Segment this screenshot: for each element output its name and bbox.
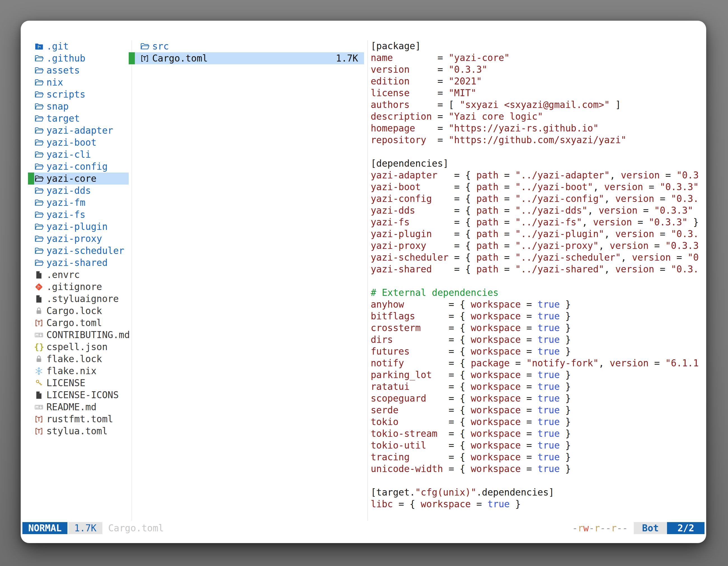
file-name: .gitignore — [46, 281, 102, 293]
file-name: yazi-scheduler — [46, 245, 124, 257]
status-bar: NORMAL 1.7K Cargo.toml -rw-r--r-- Bot 2/… — [21, 522, 706, 534]
parent-pane-item-.github[interactable]: .github — [28, 52, 129, 64]
folder-icon — [34, 90, 45, 99]
preview-code-line: yazi-shared = { path = "../yazi-shared",… — [371, 264, 705, 275]
preview-code-line: anyhow = { workspace = true } — [371, 299, 705, 310]
parent-pane-item-LICENSE[interactable]: LICENSE — [28, 377, 129, 389]
git-folder-icon — [34, 42, 45, 51]
folder-icon — [34, 210, 45, 220]
parent-pane-item-target[interactable]: target — [28, 112, 129, 125]
folder-icon — [34, 198, 45, 208]
parent-pane-item-yazi-boot[interactable]: yazi-boot — [28, 137, 129, 149]
file-size-badge: 1.7K — [68, 522, 102, 534]
parent-pane-item-cspell.json[interactable]: {}cspell.json — [28, 341, 129, 353]
pane-divider-left — [131, 40, 132, 521]
parent-pane-item-yazi-shared[interactable]: yazi-shared — [28, 257, 129, 269]
preview-code-line: # External dependencies — [371, 287, 705, 299]
parent-pane-item-yazi-cli[interactable]: yazi-cli — [28, 149, 129, 161]
preview-code-line: edition = "2021" — [371, 76, 705, 87]
parent-pane-item-yazi-fm[interactable]: yazi-fm — [28, 197, 129, 209]
folder-icon — [34, 234, 45, 244]
preview-code-line: notify = { package = "notify-fork", vers… — [371, 357, 705, 369]
nix-icon — [34, 366, 45, 376]
file-name: target — [46, 112, 80, 125]
file-name: scripts — [46, 88, 85, 100]
folder-icon — [34, 150, 45, 159]
parent-pane-item-Cargo.toml[interactable]: Cargo.toml — [28, 317, 129, 329]
file-name: yazi-fm — [46, 197, 85, 209]
parent-pane-item-assets[interactable]: assets — [28, 64, 129, 76]
file-icon — [34, 270, 45, 280]
parent-pane-item-stylua.toml[interactable]: stylua.toml — [28, 425, 129, 437]
parent-pane-item-scripts[interactable]: scripts — [28, 88, 129, 100]
preview-code-line: tracing = { workspace = true } — [371, 451, 705, 463]
parent-pane-item-.git[interactable]: .git — [28, 40, 129, 52]
preview-code-line: dirs = { workspace = true } — [371, 334, 705, 346]
preview-code-line: futures = { workspace = true } — [371, 346, 705, 357]
lock-icon — [34, 306, 45, 316]
file-size: 1.7K — [336, 52, 364, 64]
parent-pane-item-yazi-plugin[interactable]: yazi-plugin — [28, 221, 129, 233]
folder-icon — [34, 174, 45, 184]
parent-pane-item-.styluaignore[interactable]: .styluaignore — [28, 293, 129, 305]
folder-icon — [34, 102, 45, 111]
file-name: CONTRIBUTING.md — [46, 329, 130, 341]
parent-directory-pane: .git.githubassetsnixscriptssnaptargetyaz… — [28, 40, 129, 437]
folder-icon — [34, 246, 45, 256]
parent-pane-item-flake.nix[interactable]: flake.nix — [28, 365, 129, 377]
preview-code-line: bitflags = { workspace = true } — [371, 310, 705, 322]
parent-pane-item-nix[interactable]: nix — [28, 76, 129, 88]
parent-pane-item-flake.lock[interactable]: flake.lock — [28, 353, 129, 365]
file-name: stylua.toml — [46, 425, 108, 437]
preview-code-line: scopeguard = { workspace = true } — [371, 393, 705, 404]
status-bar-right: -rw-r--r-- Bot 2/2 — [572, 522, 704, 534]
parent-pane-item-yazi-core[interactable]: yazi-core — [28, 173, 129, 185]
parent-pane-item-yazi-adapter[interactable]: yazi-adapter — [28, 125, 129, 137]
parent-pane-item-.envrc[interactable]: .envrc — [28, 269, 129, 281]
file-name: cspell.json — [46, 341, 108, 353]
folder-icon — [140, 42, 151, 51]
markdown-icon — [34, 330, 45, 340]
parent-pane-item-Cargo.lock[interactable]: Cargo.lock — [28, 305, 129, 317]
parent-pane-item-.gitignore[interactable]: .gitignore — [28, 281, 129, 293]
preview-code-line — [371, 146, 705, 158]
folder-icon — [34, 258, 45, 268]
file-name: assets — [46, 64, 80, 76]
preview-code-line: tokio-util = { workspace = true } — [371, 440, 705, 451]
preview-code-line: [package] — [371, 40, 705, 52]
parent-pane-item-yazi-config[interactable]: yazi-config — [28, 161, 129, 173]
file-name: LICENSE-ICONS — [46, 389, 119, 401]
file-name: LICENSE — [46, 377, 85, 389]
file-name: yazi-shared — [46, 257, 108, 269]
preview-code-line: libc = { workspace = true } — [371, 498, 705, 510]
parent-pane-item-yazi-proxy[interactable]: yazi-proxy — [28, 233, 129, 245]
cursor-counter-badge: 2/2 — [667, 522, 704, 534]
file-name: .envrc — [46, 269, 80, 281]
preview-code-line: yazi-adapter = { path = "../yazi-adapter… — [371, 170, 705, 181]
parent-pane-item-rustfmt.toml[interactable]: rustfmt.toml — [28, 413, 129, 425]
current-pane-item-Cargo.toml[interactable]: Cargo.toml1.7K — [129, 52, 364, 64]
parent-pane-item-yazi-scheduler[interactable]: yazi-scheduler — [28, 245, 129, 257]
file-icon — [34, 294, 45, 304]
parent-pane-item-snap[interactable]: snap — [28, 100, 129, 112]
preview-code-line: version = "0.3.3" — [371, 64, 705, 76]
parent-pane-item-README.md[interactable]: README.md — [28, 401, 129, 413]
parent-pane-item-yazi-dds[interactable]: yazi-dds — [28, 185, 129, 197]
file-name: nix — [46, 76, 63, 88]
preview-code-line: parking_lot = { workspace = true } — [371, 369, 705, 381]
file-name: yazi-cli — [46, 149, 91, 161]
preview-code-line: crossterm = { workspace = true } — [371, 322, 705, 334]
preview-code-line: yazi-config = { path = "../yazi-config",… — [371, 193, 705, 205]
preview-code-line: homepage = "https://yazi-rs.github.io" — [371, 123, 705, 134]
hovered-marker — [28, 173, 34, 185]
file-name: rustfmt.toml — [46, 413, 113, 425]
current-directory-pane: srcCargo.toml1.7K — [129, 40, 364, 64]
preview-code-line: tokio = { workspace = true } — [371, 416, 705, 428]
parent-pane-item-LICENSE-ICONS[interactable]: LICENSE-ICONS — [28, 389, 129, 401]
current-pane-item-src[interactable]: src — [129, 40, 364, 52]
folder-icon — [34, 138, 45, 147]
parent-pane-item-yazi-fs[interactable]: yazi-fs — [28, 209, 129, 221]
folder-icon — [34, 222, 45, 232]
toml-icon — [34, 426, 45, 436]
parent-pane-item-CONTRIBUTING.md[interactable]: CONTRIBUTING.md — [28, 329, 129, 341]
